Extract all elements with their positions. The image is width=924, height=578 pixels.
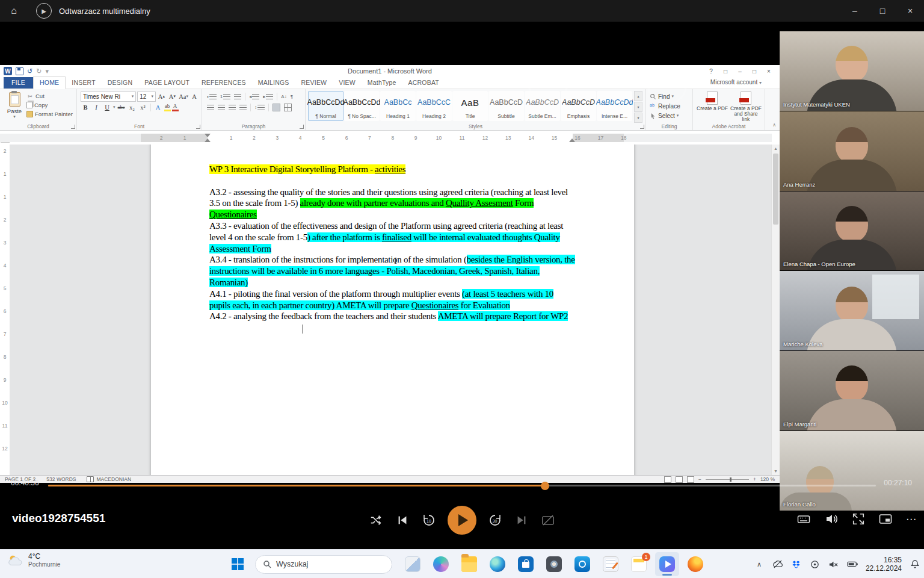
document-edit-area[interactable]: WP 3 Interactive Digital Storytelling Pl… bbox=[209, 164, 575, 322]
superscript-button[interactable]: x² bbox=[138, 103, 148, 112]
participant-tile[interactable]: Ana Herranz bbox=[780, 111, 924, 191]
dialog-launcher-icon[interactable] bbox=[196, 125, 200, 129]
grow-font-button[interactable]: A▲ bbox=[157, 92, 167, 101]
word-close-button[interactable]: × bbox=[763, 66, 775, 76]
close-button[interactable]: × bbox=[896, 0, 924, 22]
styles-scroll-down-button[interactable]: ▾ bbox=[634, 102, 642, 112]
participant-tile[interactable]: Instytut Matematyki UKEN bbox=[780, 31, 924, 111]
fullscreen-button[interactable] bbox=[852, 512, 865, 526]
shading-button[interactable] bbox=[271, 103, 282, 112]
styles-more-button[interactable]: ▾ bbox=[634, 113, 642, 123]
create-pdf-button[interactable]: Create a PDF bbox=[697, 92, 728, 123]
captions-off-button[interactable] bbox=[540, 512, 556, 528]
collapse-ribbon-icon[interactable]: ∧ bbox=[772, 122, 776, 128]
format-painter-button[interactable]: Format Painter bbox=[26, 110, 73, 119]
store-taskbar-button[interactable] bbox=[514, 552, 538, 576]
vertical-scrollbar[interactable]: ▲ ▼ bbox=[771, 144, 780, 475]
rewind-10-button[interactable]: 10 bbox=[421, 512, 437, 528]
font-family-select[interactable]: Times New Ri ▾ bbox=[81, 92, 136, 102]
start-button[interactable] bbox=[226, 552, 249, 576]
bullets-button[interactable]: • bbox=[206, 92, 218, 101]
redo-icon[interactable]: ↻ bbox=[36, 67, 42, 75]
tab-view[interactable]: VIEW bbox=[333, 77, 362, 89]
tab-home[interactable]: HOME bbox=[33, 76, 66, 89]
weather-widget[interactable]: 4°C Pochmurnie bbox=[6, 553, 60, 568]
maximize-button[interactable]: □ bbox=[869, 0, 896, 22]
font-color-button[interactable]: A bbox=[172, 104, 179, 111]
text-effects-button[interactable]: A bbox=[153, 103, 163, 112]
sticky-notes-taskbar-button[interactable]: 1 bbox=[627, 552, 651, 576]
search-box[interactable]: Wyszukaj bbox=[255, 555, 392, 574]
notifications-bell-icon[interactable] bbox=[910, 559, 920, 570]
style-intense-e[interactable]: AaBbCcDdIntense E... bbox=[597, 91, 632, 121]
change-case-button[interactable]: Aa▾ bbox=[179, 92, 188, 101]
undo-icon[interactable]: ↺ bbox=[27, 67, 32, 75]
scrollbar-thumb[interactable] bbox=[773, 154, 778, 225]
style-title[interactable]: AaBTitle bbox=[452, 91, 488, 121]
participant-tile[interactable]: Mariche Koleva bbox=[780, 271, 924, 350]
align-center-button[interactable] bbox=[217, 103, 226, 112]
tab-page-layout[interactable]: PAGE LAYOUT bbox=[138, 77, 196, 89]
numbering-button[interactable]: 1 bbox=[219, 92, 232, 101]
align-right-button[interactable] bbox=[227, 103, 237, 112]
italic-button[interactable]: I bbox=[91, 103, 101, 112]
style-subtitle[interactable]: AaBbCcDSubtitle bbox=[488, 91, 524, 121]
file-explorer-taskbar-button[interactable] bbox=[457, 552, 481, 576]
style-normal[interactable]: AaBbCcDd¶ Normal bbox=[308, 91, 343, 121]
play-button[interactable] bbox=[448, 506, 476, 535]
bold-button[interactable]: B bbox=[81, 103, 90, 112]
tab-design[interactable]: DESIGN bbox=[102, 77, 138, 89]
strikethrough-button[interactable]: abc bbox=[117, 103, 126, 112]
tab-review[interactable]: REVIEW bbox=[295, 77, 333, 89]
participant-tile[interactable]: Elpi Margariti bbox=[780, 351, 924, 430]
tab-acrobat[interactable]: ACROBAT bbox=[402, 77, 445, 89]
paste-button[interactable]: Paste ▾ bbox=[2, 91, 26, 123]
tab-mathtype[interactable]: MathType bbox=[362, 77, 402, 89]
picture-in-picture-button[interactable] bbox=[878, 512, 893, 526]
create-pdf-share-button[interactable]: Create a PDF and Share link bbox=[730, 92, 762, 123]
shuffle-button[interactable] bbox=[368, 512, 384, 528]
increase-indent-button[interactable]: ▸ bbox=[262, 92, 274, 101]
subscript-button[interactable]: x₂ bbox=[128, 103, 137, 112]
dropbox-icon[interactable] bbox=[791, 559, 802, 570]
volume-button[interactable] bbox=[824, 512, 839, 526]
horizontal-ruler[interactable]: 21123456789101112131415161718 bbox=[0, 134, 772, 142]
line-spacing-button[interactable]: ↕ bbox=[253, 103, 266, 112]
minimize-button[interactable]: – bbox=[841, 0, 869, 22]
word-restore-button[interactable]: □ bbox=[748, 66, 760, 76]
volume-muted-icon[interactable] bbox=[828, 559, 839, 570]
cut-button[interactable]: ✂ Cut bbox=[26, 92, 73, 101]
tab-mailings[interactable]: MAILINGS bbox=[252, 77, 295, 89]
participant-tile[interactable]: Elena Chapa - Open Europe bbox=[780, 191, 924, 271]
copy-button[interactable]: Copy bbox=[26, 101, 73, 110]
tab-insert[interactable]: INSERT bbox=[66, 77, 102, 89]
photos-taskbar-button[interactable] bbox=[542, 552, 566, 576]
widgets-taskbar-button[interactable] bbox=[401, 552, 425, 576]
ribbon-display-options-icon[interactable]: □ bbox=[719, 66, 732, 76]
forward-30-button[interactable]: 30 bbox=[487, 512, 503, 528]
clear-formatting-button[interactable]: A bbox=[189, 92, 199, 101]
more-options-button[interactable]: ⋯ bbox=[906, 513, 917, 526]
tab-references[interactable]: REFERENCES bbox=[196, 77, 252, 89]
multilevel-list-button[interactable] bbox=[233, 92, 242, 101]
seek-knob[interactable] bbox=[541, 482, 549, 490]
copilot-taskbar-button[interactable] bbox=[429, 552, 453, 576]
tray-app-icon[interactable] bbox=[810, 559, 821, 570]
notepad-taskbar-button[interactable] bbox=[599, 552, 623, 576]
style-heading-2[interactable]: AaBbCcCHeading 2 bbox=[416, 91, 452, 121]
underline-button[interactable]: U bbox=[102, 103, 112, 112]
decrease-indent-button[interactable]: ◂ bbox=[248, 92, 260, 101]
customize-qat-icon[interactable]: ▾ bbox=[45, 67, 49, 75]
dialog-launcher-icon[interactable] bbox=[300, 125, 304, 129]
first-line-indent-marker[interactable] bbox=[205, 134, 211, 137]
battery-icon[interactable] bbox=[847, 559, 858, 570]
align-left-button[interactable] bbox=[206, 103, 215, 112]
shrink-font-button[interactable]: A▼ bbox=[168, 92, 177, 101]
left-indent-marker[interactable] bbox=[205, 138, 211, 142]
tab-file[interactable]: FILE bbox=[4, 77, 33, 89]
previous-track-button[interactable] bbox=[395, 512, 410, 528]
video-stage[interactable]: W ↺ ↻ ▾ Document1 - Microsoft Word ? □ –… bbox=[0, 22, 924, 549]
media-player-taskbar-button[interactable] bbox=[655, 552, 679, 576]
next-track-button[interactable] bbox=[514, 512, 529, 528]
firefox-taskbar-button[interactable] bbox=[683, 552, 707, 576]
